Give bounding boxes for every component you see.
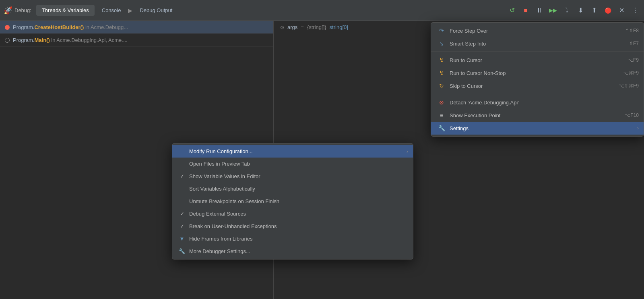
- menu-check: ✓: [179, 223, 185, 229]
- step-out-button[interactable]: ⬆: [588, 5, 600, 16]
- run-to-cursor-nonstop-icon: ↯: [438, 70, 446, 76]
- variable-display: ⊙ args = {string[]} string[0]: [280, 24, 348, 30]
- menu-check: ✓: [179, 211, 185, 217]
- menu-separator: [431, 94, 644, 94]
- menu-separator: [431, 52, 644, 52]
- menu-item-force-step-over[interactable]: ↷ Force Step Over ⌃⇧F8: [431, 24, 644, 37]
- variable-icon: ⊙: [280, 25, 284, 30]
- menu-label: Detach 'Acme.Debugging.Api': [450, 100, 519, 106]
- menu-label: Skip to Cursor: [450, 83, 483, 89]
- menu-item-open-files-preview[interactable]: Open Files in Preview Tab: [172, 158, 413, 170]
- settings-icon: 🔧: [438, 125, 446, 131]
- menu-label: Force Step Over: [450, 28, 488, 34]
- menu-item-settings[interactable]: 🔧 Settings ›: [431, 122, 644, 135]
- stop-button[interactable]: ■: [520, 5, 531, 16]
- step-into-button[interactable]: ⬇: [575, 5, 586, 16]
- tab-threads[interactable]: Threads & Variables: [36, 5, 95, 16]
- menu-item-show-variable-values[interactable]: ✓ Show Variable Values in Editor: [172, 170, 413, 183]
- cancel-button[interactable]: ✕: [616, 5, 627, 16]
- menu-label: Sort Variables Alphabetically: [189, 186, 407, 192]
- debug-icon: 🚀: [3, 6, 13, 15]
- pause-button[interactable]: ⏸: [534, 5, 545, 16]
- left-context-menu: Modify Run Configuration... › Open Files…: [172, 143, 413, 260]
- thread-item[interactable]: Program.Main() in Acme.Debugging.Api, Ac…: [0, 34, 273, 47]
- thread-item[interactable]: Program.CreateHostBuilder() in Acme.Debu…: [0, 21, 273, 34]
- step-over-button[interactable]: ⤵: [561, 5, 572, 16]
- menu-item-sort-variables[interactable]: Sort Variables Alphabetically: [172, 183, 413, 195]
- smart-step-into-icon: ↘: [438, 40, 446, 47]
- menu-item-run-to-cursor[interactable]: ↯ Run to Cursor ⌥F9: [431, 54, 644, 66]
- menu-label: Open Files in Preview Tab: [189, 161, 407, 167]
- menu-item-debug-external[interactable]: ✓ Debug External Sources: [172, 208, 413, 220]
- funnel-icon: ▼: [179, 236, 185, 242]
- menu-item-modify-run-config[interactable]: Modify Run Configuration... ›: [172, 145, 413, 158]
- resume-button[interactable]: ▶▶: [547, 5, 559, 16]
- menu-label: Hide Frames from Libraries: [189, 236, 407, 242]
- run-to-cursor-icon: ↯: [438, 57, 446, 63]
- keyboard-shortcut: ⌥F9: [627, 57, 639, 63]
- submenu-arrow-icon: ›: [637, 125, 639, 131]
- menu-item-hide-frames[interactable]: ▼ Hide Frames from Libraries: [172, 233, 413, 245]
- menu-label: Break on User-Unhandled Exceptions: [189, 223, 407, 229]
- menu-label: Run to Cursor: [450, 57, 482, 63]
- submenu-arrow-icon: ›: [407, 149, 408, 154]
- tab-console[interactable]: Console: [96, 5, 127, 16]
- menu-item-skip-to-cursor[interactable]: ↻ Skip to Cursor ⌥⇧⌘F9: [431, 79, 644, 92]
- right-context-menu: ↷ Force Step Over ⌃⇧F8 ↘ Smart Step Into…: [431, 22, 644, 137]
- menu-label: Debug External Sources: [189, 211, 407, 217]
- tab-debug-output[interactable]: Debug Output: [134, 5, 178, 16]
- debug-output-icon-area: ▶ Debug Output: [128, 5, 178, 16]
- menu-label: Run to Cursor Non-Stop: [450, 70, 506, 76]
- toolbar: 🚀 Debug: Threads & Variables Console ▶ D…: [0, 0, 644, 21]
- menu-label: Show Variable Values in Editor: [189, 173, 407, 179]
- menu-label: Modify Run Configuration...: [189, 148, 407, 154]
- mute-breakpoints-button[interactable]: 🔴: [602, 5, 613, 16]
- menu-item-more-debugger[interactable]: 🔧 More Debugger Settings...: [172, 245, 413, 257]
- force-step-over-icon: ↷: [438, 27, 446, 34]
- menu-item-detach[interactable]: ⊗ Detach 'Acme.Debugging.Api': [431, 96, 644, 109]
- debug-label: Debug:: [14, 7, 31, 13]
- menu-label: More Debugger Settings...: [189, 248, 407, 254]
- menu-label: Unmute Breakpoints on Session Finish: [189, 198, 407, 204]
- menu-item-run-to-cursor-nonstop[interactable]: ↯ Run to Cursor Non-Stop ⌥⌘F9: [431, 66, 644, 79]
- keyboard-shortcut: ⌥F10: [625, 112, 639, 118]
- more-button[interactable]: ⋮: [630, 5, 641, 16]
- variable-value: string[0]: [330, 24, 348, 30]
- thread-status-dot: [5, 38, 10, 43]
- thread-status-dot: [5, 25, 10, 30]
- menu-item-show-execution-point[interactable]: ≡ Show Execution Point ⌥F10: [431, 109, 644, 122]
- variable-equals: =: [301, 24, 304, 30]
- toolbar-actions: ↺ ■ ⏸ ▶▶ ⤵ ⬇ ⬆ 🔴 ✕ ⋮: [506, 5, 641, 16]
- detach-icon: ⊗: [438, 99, 446, 106]
- skip-to-cursor-icon: ↻: [438, 83, 446, 89]
- wrench-icon: 🔧: [179, 248, 185, 254]
- thread-label: Program.CreateHostBuilder() in Acme.Debu…: [13, 24, 128, 30]
- menu-item-unmute-breakpoints[interactable]: Unmute Breakpoints on Session Finish: [172, 195, 413, 208]
- menu-label: Smart Step Into: [450, 41, 486, 47]
- thread-label: Program.Main() in Acme.Debugging.Api, Ac…: [13, 37, 128, 43]
- variable-type: {string[]}: [307, 24, 326, 30]
- menu-label: Settings: [450, 125, 469, 131]
- variable-name: args: [287, 24, 297, 30]
- keyboard-shortcut: ⌥⌘F9: [623, 70, 639, 76]
- keyboard-shortcut: ⇧F7: [629, 41, 639, 46]
- menu-check: ✓: [179, 173, 185, 179]
- menu-item-break-unhandled[interactable]: ✓ Break on User-Unhandled Exceptions: [172, 220, 413, 233]
- keyboard-shortcut: ⌥⇧⌘F9: [619, 83, 639, 89]
- keyboard-shortcut: ⌃⇧F8: [625, 28, 639, 33]
- rerun-button[interactable]: ↺: [506, 5, 518, 16]
- show-execution-point-icon: ≡: [438, 112, 446, 118]
- menu-label: Show Execution Point: [450, 112, 500, 118]
- debug-output-icon: ▶: [128, 7, 132, 14]
- menu-item-smart-step-into[interactable]: ↘ Smart Step Into ⇧F7: [431, 37, 644, 50]
